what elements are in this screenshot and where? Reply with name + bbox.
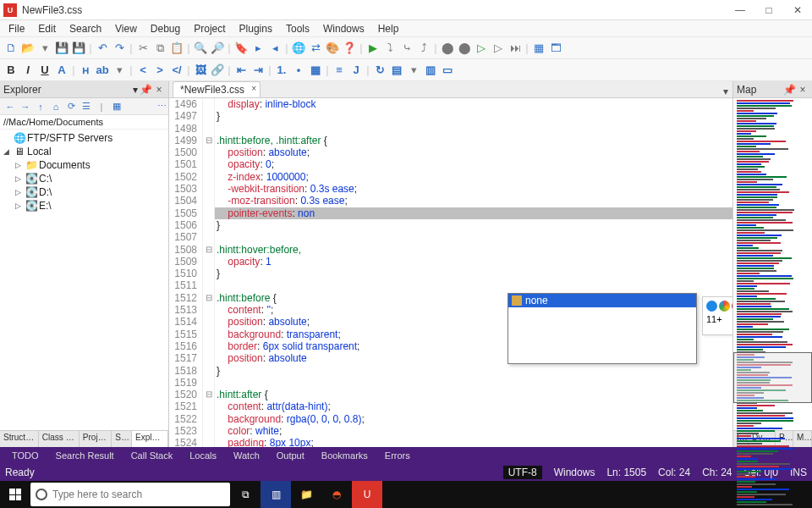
skip-icon[interactable]: ⏭ — [508, 41, 523, 56]
explorer-path[interactable]: //Mac/Home/Documents — [0, 115, 168, 130]
bt-call-stack[interactable]: Call Stack — [123, 449, 182, 462]
nav-refresh-icon[interactable]: ⟳ — [64, 100, 78, 113]
map-pin-icon[interactable]: 📌 — [783, 84, 795, 96]
bt-locals[interactable]: Locals — [181, 449, 225, 462]
step-into-icon[interactable]: ⤷ — [399, 41, 414, 56]
abbr-icon[interactable]: ab — [95, 63, 110, 78]
tab-dropdown-icon[interactable]: ▾ — [719, 86, 732, 97]
stop-icon[interactable]: ⬤ — [440, 41, 455, 56]
save-icon[interactable]: 💾 — [54, 41, 69, 56]
window-icon[interactable]: 🗔 — [548, 41, 563, 56]
bt-todo[interactable]: TODO — [3, 449, 47, 462]
taskbar-app-editor[interactable]: U — [352, 481, 382, 508]
tag-close-icon[interactable]: > — [152, 63, 167, 78]
etab-s[interactable]: S… — [112, 431, 132, 447]
next-bookmark-icon[interactable]: ▸ — [250, 41, 266, 56]
grid-drop-icon[interactable]: ▾ — [406, 63, 421, 78]
link-icon[interactable]: 🔗 — [210, 63, 225, 78]
fold-column[interactable]: ⊟⊟⊟⊟ — [203, 98, 215, 447]
status-line[interactable]: Ln: 1505 — [606, 467, 646, 478]
outdent-icon[interactable]: ⇥ — [250, 63, 266, 78]
bt-search-result[interactable]: Search Result — [47, 449, 123, 462]
play-icon[interactable]: ▷ — [474, 41, 489, 56]
refresh-icon[interactable]: ↻ — [372, 63, 387, 78]
autocomplete-popup[interactable]: none — [508, 293, 697, 364]
bt-bookmarks[interactable]: Bookmarks — [313, 449, 376, 462]
compare-icon[interactable]: ⇄ — [308, 41, 323, 56]
run-icon[interactable]: ▶ — [365, 41, 381, 56]
tag-empty-icon[interactable]: </ — [169, 63, 184, 78]
menu-windows[interactable]: Windows — [318, 21, 370, 36]
taskbar-app-3[interactable]: ◓ — [321, 481, 352, 508]
close-button[interactable]: ✕ — [783, 0, 812, 20]
minimap-viewport[interactable] — [733, 352, 812, 403]
underline-icon[interactable]: U — [37, 63, 52, 78]
replace-icon[interactable]: 🔎 — [210, 41, 225, 56]
panel-menu-icon[interactable]: ▾ — [133, 84, 138, 96]
indent-icon[interactable]: ⇤ — [233, 63, 249, 78]
color-picker-icon[interactable]: 🎨 — [325, 41, 340, 56]
bt-errors[interactable]: Errors — [376, 449, 419, 462]
task-view-icon[interactable]: ⧉ — [230, 481, 261, 508]
panel-close-icon[interactable]: × — [153, 84, 165, 96]
layout2-icon[interactable]: ▥ — [423, 63, 438, 78]
tree-ftp[interactable]: 🌐FTP/SFTP Servers — [0, 131, 168, 145]
minimize-button[interactable]: ― — [726, 0, 754, 20]
close-tab-icon[interactable]: × — [251, 84, 256, 93]
menu-view[interactable]: View — [110, 21, 142, 36]
prev-bookmark-icon[interactable]: ◂ — [267, 41, 283, 56]
tree-local[interactable]: ◢🖥Local — [0, 145, 168, 158]
menu-help[interactable]: Help — [373, 21, 404, 36]
form-icon[interactable]: ▭ — [440, 63, 455, 78]
nav-filter-icon[interactable]: ☰ — [80, 100, 93, 113]
justify-icon[interactable]: J — [348, 63, 364, 78]
code-lines[interactable]: display: inline-block}.hintt:before, .hi… — [215, 98, 732, 447]
etab-classview[interactable]: Class Vie… — [39, 431, 80, 447]
table-icon[interactable]: ▦ — [308, 63, 323, 78]
save-all-icon[interactable]: 💾 — [71, 41, 86, 56]
menu-debug[interactable]: Debug — [145, 21, 185, 36]
find-icon[interactable]: 🔍 — [193, 41, 208, 56]
nav-menu-icon[interactable]: ⋯ — [155, 100, 168, 113]
italic-icon[interactable]: I — [20, 63, 36, 78]
tree-drive-d[interactable]: ▷💽D:\ — [0, 185, 168, 199]
undo-icon[interactable]: ↶ — [95, 41, 110, 56]
etab-explorer[interactable]: Explor… — [132, 431, 168, 447]
record-icon[interactable]: ⬤ — [457, 41, 472, 56]
tree-drive-e[interactable]: ▷💽E:\ — [0, 199, 168, 213]
etab-project[interactable]: Proje… — [80, 431, 112, 447]
code-editor[interactable]: 1496149714981499150015011502150315041505… — [169, 98, 732, 447]
step-over-icon[interactable]: ⤵ — [382, 41, 398, 56]
open-file-icon[interactable]: 📂 — [20, 41, 36, 56]
nav-fwd-icon[interactable]: → — [19, 100, 32, 113]
nav-back-icon[interactable]: ← — [3, 100, 17, 113]
image-icon[interactable]: 🖼 — [193, 63, 208, 78]
menu-project[interactable]: Project — [189, 21, 230, 36]
tree-drive-c[interactable]: ▷💽C:\ — [0, 172, 168, 185]
redo-icon[interactable]: ↷ — [112, 41, 127, 56]
bold-icon[interactable]: B — [3, 63, 19, 78]
tree-documents[interactable]: ▷📁Documents — [0, 158, 168, 172]
nav-view-icon[interactable]: ▦ — [110, 100, 123, 113]
file-tab[interactable]: *NewFile3.css × — [173, 81, 261, 97]
nav-home-icon[interactable]: ⌂ — [49, 100, 63, 113]
taskbar-search[interactable]: Type here to search — [30, 483, 230, 506]
bt-output[interactable]: Output — [268, 449, 313, 462]
start-button[interactable] — [0, 481, 30, 508]
ol-icon[interactable]: 1. — [274, 63, 289, 78]
pause-icon[interactable]: ▷ — [491, 41, 506, 56]
minimap[interactable] — [733, 98, 812, 430]
tag-open-icon[interactable]: < — [135, 63, 151, 78]
menu-edit[interactable]: Edit — [33, 21, 61, 36]
step-out-icon[interactable]: ⤴ — [416, 41, 431, 56]
hdrop-icon[interactable]: ▾ — [112, 63, 127, 78]
nav-up-icon[interactable]: ↑ — [34, 100, 47, 113]
toggle-bookmark-icon[interactable]: 🔖 — [233, 41, 249, 56]
menu-plugins[interactable]: Plugins — [234, 21, 277, 36]
paste-icon[interactable]: 📋 — [169, 41, 184, 56]
new-file-icon[interactable]: 🗋 — [3, 41, 19, 56]
cut-icon[interactable]: ✂ — [135, 41, 151, 56]
taskbar-app-1[interactable]: ▥ — [261, 481, 291, 508]
menu-file[interactable]: File — [3, 21, 30, 36]
taskbar-app-2[interactable]: 📁 — [291, 481, 321, 508]
